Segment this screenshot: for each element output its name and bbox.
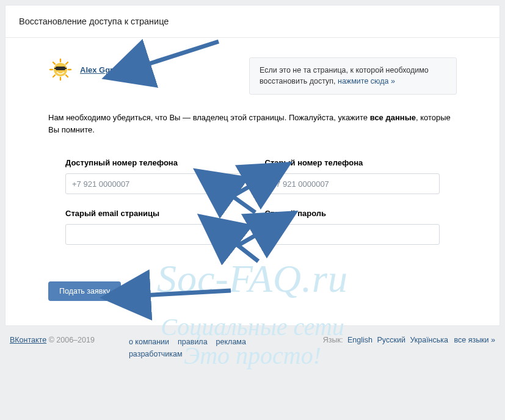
svg-rect-11 xyxy=(65,68,67,69)
lang-ru[interactable]: Русский xyxy=(377,336,405,344)
lang-all[interactable]: все языки » xyxy=(454,336,495,344)
svg-line-6 xyxy=(66,75,68,77)
available-phone-label: Доступный номер телефона xyxy=(65,158,241,167)
click-here-link[interactable]: нажмите сюда » xyxy=(338,77,395,85)
field-old-email: Старый email страницы xyxy=(65,209,241,245)
submit-button[interactable]: Подать заявку xyxy=(48,281,121,301)
svg-rect-9 xyxy=(56,67,65,70)
copyright-text: © 2006–2019 xyxy=(46,336,95,344)
instruction-text: Нам необходимо убедиться, что Вы — владе… xyxy=(48,112,457,136)
instruction-bold: все данные xyxy=(370,113,416,122)
old-phone-input[interactable] xyxy=(265,173,440,194)
form: Доступный номер телефона Старый номер те… xyxy=(48,158,457,245)
old-email-label: Старый email страницы xyxy=(65,209,241,218)
instruction-prefix: Нам необходимо убедиться, что Вы — владе… xyxy=(48,113,370,122)
footer: ВКонтакте © 2006–2019 о компании правила… xyxy=(0,331,505,365)
svg-line-7 xyxy=(66,62,68,64)
page-body: Alex Ggrelaxi Если это не та страница, к… xyxy=(5,38,500,325)
field-old-password: Старый пароль xyxy=(265,209,440,245)
profile-row: Alex Ggrelaxi Если это не та страница, к… xyxy=(48,57,457,95)
profile-name-link[interactable]: Alex Ggrelaxi xyxy=(80,65,131,74)
old-email-input[interactable] xyxy=(65,224,241,245)
svg-line-5 xyxy=(53,62,55,64)
page-card: Восстановление доступа к странице xyxy=(5,5,500,326)
page-title: Восстановление доступа к странице xyxy=(5,5,500,38)
lang-en[interactable]: English xyxy=(347,336,372,344)
field-available-phone: Доступный номер телефона xyxy=(65,158,241,194)
old-password-input[interactable] xyxy=(265,224,440,245)
submit-row: Подать заявку xyxy=(48,281,457,301)
field-old-phone: Старый номер телефона xyxy=(265,158,440,194)
wrong-page-hint: Если это не та страница, к которой необх… xyxy=(249,57,457,95)
old-phone-label: Старый номер телефона xyxy=(265,158,440,167)
footer-nav: о компании правила реклама разработчикам xyxy=(129,336,263,360)
old-password-label: Старый пароль xyxy=(265,209,440,218)
lang-label: Язык: xyxy=(323,336,343,344)
available-phone-input[interactable] xyxy=(65,173,241,194)
footer-devs-link[interactable]: разработчикам xyxy=(129,348,183,360)
footer-ads-link[interactable]: реклама xyxy=(216,336,246,348)
svg-line-8 xyxy=(53,75,55,77)
svg-rect-10 xyxy=(54,68,56,69)
lang-uk[interactable]: Українська xyxy=(410,336,448,344)
profile-summary: Alex Ggrelaxi xyxy=(48,57,131,82)
avatar xyxy=(48,57,73,82)
footer-brand: ВКонтакте © 2006–2019 xyxy=(10,336,95,344)
footer-about-link[interactable]: о компании xyxy=(129,336,169,348)
footer-rules-link[interactable]: правила xyxy=(178,336,208,348)
brand-link[interactable]: ВКонтакте xyxy=(10,336,46,344)
footer-lang: Язык: English Русский Українська все язы… xyxy=(323,336,495,344)
